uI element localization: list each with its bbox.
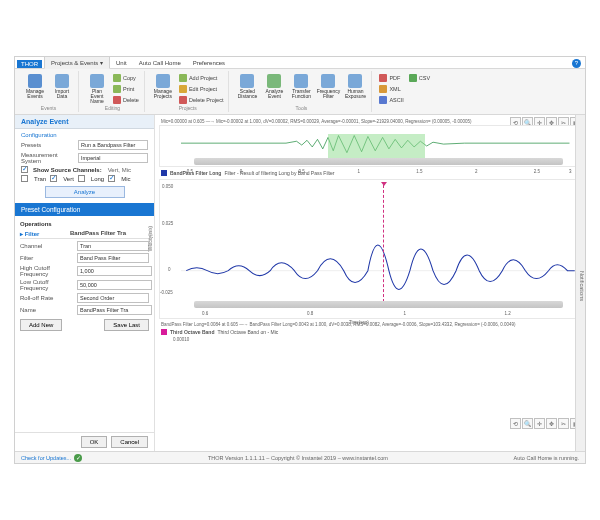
addnew-button[interactable]: Add New (20, 319, 62, 331)
delete-project-button[interactable]: Delete Project (177, 95, 226, 105)
chart1-scrollbar[interactable] (194, 158, 564, 165)
group-label: Events (19, 105, 78, 111)
tab-unit[interactable]: Unit (110, 58, 133, 68)
analyze-title: Analyze Event (15, 115, 154, 129)
legend-name: BandPass Filter Long (170, 170, 221, 176)
ribbon: ManageEvents ImportData Events PlanEvent… (15, 69, 585, 115)
plan-icon (90, 74, 104, 88)
check-icon: ✓ (74, 454, 82, 462)
name-input[interactable] (77, 305, 152, 315)
tab-autocall[interactable]: Auto Call Home (133, 58, 187, 68)
tran-checkbox[interactable] (21, 175, 28, 182)
filter-select[interactable]: Band Pass Filter (77, 253, 149, 263)
status-bar: Check for Updates...✓ THOR Version 1.1.1… (15, 451, 585, 463)
chart2-scrollbar[interactable] (194, 301, 564, 308)
pdf-icon (379, 74, 387, 82)
low-input[interactable] (77, 280, 152, 290)
pencil-icon (179, 85, 187, 93)
group-label: Projects (147, 105, 229, 111)
group-label: Tools (231, 105, 371, 111)
plus-icon (179, 74, 187, 82)
export-ascii-button[interactable]: ASCII (377, 95, 405, 105)
filter-icon (321, 74, 335, 88)
legend-name: Third Octave Band (170, 329, 214, 335)
pan-icon[interactable]: ✥ (546, 418, 557, 429)
export-csv-button[interactable]: CSV (407, 73, 432, 83)
show-source-checkbox[interactable] (21, 166, 28, 173)
ruler-icon (240, 74, 254, 88)
import-data-button[interactable]: ImportData (49, 71, 75, 102)
copy-icon (113, 74, 121, 82)
tab-projects[interactable]: Projects & Events ▾ (44, 56, 110, 69)
meas-select[interactable]: Imperial (78, 153, 148, 163)
long-checkbox[interactable] (78, 175, 85, 182)
left-panel: Analyze Event Configuration PresetsRun a… (15, 115, 155, 451)
cut-icon[interactable]: ✂ (558, 418, 569, 429)
projects-icon (156, 74, 170, 88)
csv-icon (409, 74, 417, 82)
tab-preferences[interactable]: Preferences (187, 58, 231, 68)
export-xml-button[interactable]: XML (377, 84, 405, 94)
xml-icon (379, 85, 387, 93)
frequency-filter-button[interactable]: FrequencyFilter (315, 71, 341, 102)
legend-box (161, 170, 167, 176)
delete-button[interactable]: Delete (111, 95, 141, 105)
cursor-marker[interactable] (383, 185, 384, 302)
chart-mic[interactable]: -0.500.511.522.53 (159, 125, 581, 167)
grid-icon (28, 74, 42, 88)
export-pdf-button[interactable]: PDF (377, 73, 405, 83)
ops-title: Operations (20, 221, 149, 227)
legend-desc: Third Octave Band on - Mic (217, 329, 278, 335)
search-icon (267, 74, 281, 88)
show-source-label: Show Source Channels: (33, 167, 102, 173)
print-button[interactable]: Print (111, 84, 141, 94)
scaled-distance-button[interactable]: ScaledDistance (234, 71, 260, 102)
chart-bandpass[interactable]: 0.050 0.025 0 -0.025 Velocity(in/s) 0.60… (159, 179, 581, 319)
presets-label: Presets (21, 142, 75, 148)
analyze-event-button[interactable]: AnalyzeEvent (261, 71, 287, 102)
manage-events-button[interactable]: ManageEvents (22, 71, 48, 102)
bandpass-waveform (160, 180, 580, 318)
status-center: THOR Version 1.1.1.11 – Copyright © Inst… (82, 455, 513, 461)
analyze-button[interactable]: Analyze (45, 186, 125, 198)
mic-checkbox[interactable] (108, 175, 115, 182)
copy-button[interactable]: Copy (111, 73, 141, 83)
manage-projects-button[interactable]: ManageProjects (150, 71, 176, 102)
chart-area: ⟲ 🔍 ✛ ✥ ✂ ▦ Mic=0.00000 at 0.605 —→ Mic=… (155, 115, 585, 451)
savelast-button[interactable]: Save Last (104, 319, 149, 331)
x-icon (179, 96, 187, 104)
chart2-toolbar: ⟲🔍✛✥✂▦ (510, 418, 581, 429)
cursor-icon[interactable]: ✛ (534, 418, 545, 429)
human-exposure-button[interactable]: HumanExposure (342, 71, 368, 102)
delete-icon (113, 96, 121, 104)
plan-event-button[interactable]: PlanEvent Name (84, 71, 110, 107)
import-icon (55, 74, 69, 88)
preset-config-header: Preset Configuration (15, 203, 154, 216)
group-label: Editing (81, 105, 144, 111)
add-project-button[interactable]: Add Project (177, 73, 226, 83)
tab-bar: THOR Projects & Events ▾ Unit Auto Call … (15, 57, 585, 69)
reset-icon[interactable]: ⟲ (510, 418, 521, 429)
check-updates-link[interactable]: Check for Updates... (21, 455, 71, 461)
legend-box (161, 329, 167, 335)
help-icon[interactable]: ? (572, 59, 581, 68)
channel-select[interactable]: Tran (77, 241, 149, 251)
print-icon (113, 85, 121, 93)
high-input[interactable] (77, 266, 152, 276)
vert-checkbox[interactable] (50, 175, 57, 182)
presets-select[interactable]: Run a Bandpass Filter (78, 140, 148, 150)
rolloff-select[interactable]: Second Order (77, 293, 149, 303)
notifications-panel[interactable]: Notifications (575, 115, 585, 451)
edit-project-button[interactable]: Edit Project (177, 84, 226, 94)
ok-button[interactable]: OK (81, 436, 108, 448)
ops-header: ▸ FilterBandPass Filter Tra (20, 229, 149, 239)
wave-icon (294, 74, 308, 88)
zoom-icon[interactable]: 🔍 (522, 418, 533, 429)
cancel-button[interactable]: Cancel (111, 436, 148, 448)
txt-icon (379, 96, 387, 104)
chart3-val: 0.00010 (159, 336, 581, 343)
status-right: Auto Call Home is running. (514, 455, 579, 461)
chart2-info: BandPass Filter Long=0.0084 at 0.605 —→ … (159, 321, 581, 328)
meas-label: Measurement System (21, 152, 75, 164)
transfer-function-button[interactable]: TransferFunction (288, 71, 314, 102)
